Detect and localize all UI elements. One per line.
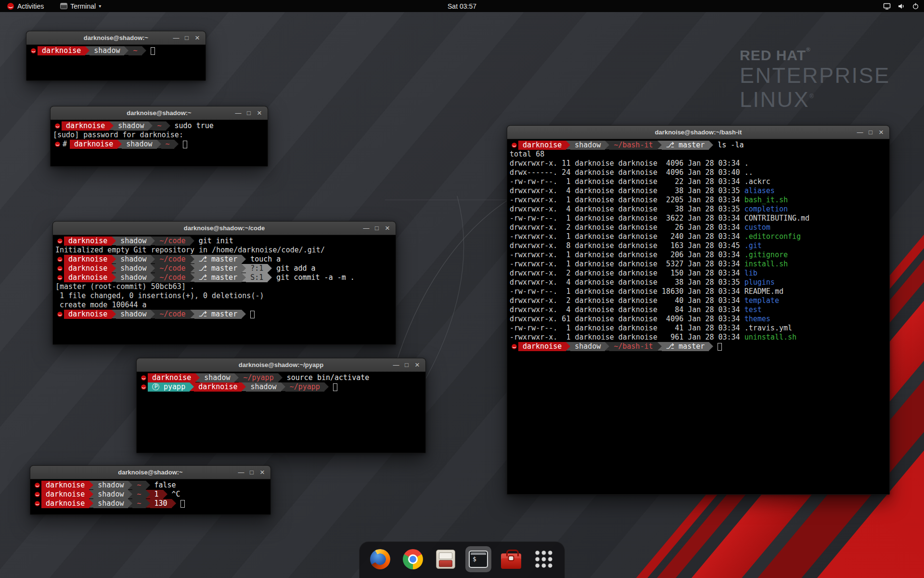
app-menu-button[interactable]: Terminal ▾ (58, 0, 103, 12)
terminal-cursor (250, 311, 255, 318)
prompt-segment-user: darknoise (194, 382, 242, 392)
output-text: drwxrwxr-x. 2 darknoise darknoise 26 Jan… (510, 223, 744, 232)
output-text: . (744, 159, 749, 168)
powerline-separator-icon (657, 342, 662, 351)
window-close-button[interactable]: × (382, 222, 393, 235)
dock-item-files[interactable] (433, 546, 459, 572)
system-status-area[interactable] (883, 0, 919, 12)
output-line: drwxrwxr-x. 4 darknoise darknoise 38 Jan… (510, 278, 887, 287)
terminal-window[interactable]: darknoise@shadow:~—□×darknoiseshadow~ (26, 31, 206, 81)
dock-item-appgrid[interactable] (531, 546, 557, 572)
redhat-prompt-icon (139, 373, 148, 382)
window-close-button[interactable]: × (257, 466, 268, 479)
window-titlebar[interactable]: darknoise@shadow:~—□× (26, 31, 205, 45)
output-text: aliases (744, 186, 775, 196)
powerline-separator-icon (281, 382, 285, 391)
terminal-window[interactable]: darknoise@shadow:~/bash-it—□×darknoisesh… (507, 125, 890, 495)
powerline-separator-icon (89, 499, 93, 508)
redhat-prompt-icon (55, 310, 64, 319)
terminal-content[interactable]: darknoiseshadow~sudo true[sudo] password… (51, 120, 268, 166)
window-titlebar[interactable]: darknoise@shadow:~/pyapp—□× (137, 358, 425, 372)
dock-item-terminal[interactable]: $ (465, 546, 491, 572)
output-text: -rwxrwxr-x. 1 darknoise darknoise 5327 J… (510, 260, 744, 269)
window-close-button[interactable]: × (192, 31, 203, 45)
output-text: README.md (744, 287, 783, 296)
dock-item-toolbox[interactable] (498, 546, 524, 572)
window-maximize-button[interactable]: □ (865, 126, 876, 139)
output-line: drwx------. 24 darknoise darknoise 4096 … (510, 168, 887, 177)
output-text: create mode 100644 a (55, 301, 147, 310)
output-line: -rwxrwxr-x. 1 darknoise darknoise 5327 J… (510, 260, 887, 269)
prompt-segment-user: darknoise (70, 140, 117, 149)
powerline-separator-icon (190, 273, 194, 282)
output-text: drwxrwxr-x. 4 darknoise darknoise 38 Jan… (510, 205, 744, 214)
powerline-separator-icon (324, 382, 329, 391)
command-text: sudo true (170, 121, 214, 131)
powerline-separator-icon (242, 255, 246, 263)
window-close-button[interactable]: × (876, 126, 886, 139)
output-text: drwxrwxr-x. 4 darknoise darknoise 84 Jan… (510, 305, 744, 315)
redhat-logo-icon (7, 2, 14, 10)
window-titlebar[interactable]: darknoise@shadow:~/bash-it—□× (507, 126, 889, 139)
firefox-icon (370, 549, 390, 569)
powerline-separator-icon (190, 310, 194, 318)
prompt-segment-exit: 1 (150, 490, 163, 499)
terminal-content[interactable]: darknoiseshadow~/bash-it⎇ masterls -lato… (507, 139, 889, 494)
prompt-segment-host: shadow (116, 255, 151, 264)
powerline-separator-icon (709, 342, 713, 351)
window-maximize-button[interactable]: □ (246, 466, 257, 479)
output-text: .gitignore (744, 250, 788, 260)
terminal-cursor (183, 141, 187, 148)
window-minimize-button[interactable]: — (171, 31, 181, 45)
window-close-button[interactable]: × (412, 358, 423, 372)
prompt-segment-git: ⎇ master (194, 310, 242, 319)
terminal-content[interactable]: darknoiseshadow~/pyappsource bin/activat… (137, 372, 425, 453)
clock[interactable]: Sat 03:57 (448, 2, 476, 10)
window-maximize-button[interactable]: □ (244, 106, 254, 120)
terminal-window[interactable]: darknoise@shadow:~/pyapp—□×darknoiseshad… (136, 358, 426, 453)
window-maximize-button[interactable]: □ (372, 222, 382, 235)
activities-label: Activities (17, 2, 44, 10)
prompt-segment-user: darknoise (62, 121, 109, 131)
window-titlebar[interactable]: darknoise@shadow:~—□× (30, 466, 270, 479)
terminal-window[interactable]: darknoise@shadow:~—□×darknoiseshadow~fal… (30, 465, 271, 515)
dock-item-chrome[interactable] (400, 546, 426, 572)
dock[interactable]: $ (359, 541, 565, 578)
powerline-separator-icon (109, 121, 114, 130)
powerline-separator-icon (128, 490, 132, 499)
terminal-window[interactable]: darknoise@shadow:~—□×darknoiseshadow~sud… (50, 106, 268, 167)
prompt-line: darknoiseshadow~1^C (33, 490, 268, 499)
powerline-separator-icon (605, 342, 609, 351)
window-titlebar[interactable]: darknoise@shadow:~—□× (51, 106, 268, 120)
window-minimize-button[interactable]: — (855, 126, 865, 139)
terminal-content[interactable]: darknoiseshadow~ (26, 45, 205, 80)
window-buttons: —□× (855, 126, 886, 139)
terminal-content[interactable]: darknoiseshadow~falsedarknoiseshadow~1^C… (30, 479, 270, 514)
output-text: drwxrwxr-x. 8 darknoise darknoise 163 Ja… (510, 241, 744, 250)
prompt-line: Ⓟ pyappdarknoiseshadow~/pyapp (139, 382, 423, 392)
window-minimize-button[interactable]: — (233, 106, 244, 120)
window-minimize-button[interactable]: — (361, 222, 372, 235)
window-title: darknoise@shadow:~ (30, 469, 270, 476)
powerline-separator-icon (163, 490, 167, 499)
window-maximize-button[interactable]: □ (181, 31, 192, 45)
powerline-separator-icon (566, 141, 570, 149)
window-maximize-button[interactable]: □ (401, 358, 412, 372)
prompt-segment-host: shadow (116, 236, 151, 246)
app-menu-label: Terminal (70, 2, 96, 10)
window-titlebar[interactable]: darknoise@shadow:~/code—□× (53, 222, 396, 235)
terminal-content[interactable]: darknoiseshadow~/codegit initInitialized… (53, 235, 396, 344)
terminal-window[interactable]: darknoise@shadow:~/code—□×darknoiseshado… (52, 221, 396, 345)
window-buttons: —□× (171, 31, 203, 45)
powerline-separator-icon (234, 373, 239, 382)
toolbox-icon (501, 553, 521, 569)
window-minimize-button[interactable]: — (236, 466, 246, 479)
powerline-separator-icon (151, 264, 155, 273)
dock-item-firefox[interactable] (367, 546, 393, 572)
output-text: -rw-rw-r--. 1 darknoise darknoise 3622 J… (510, 214, 744, 223)
prompt-segment-user: darknoise (148, 373, 195, 382)
window-close-button[interactable]: × (254, 106, 265, 120)
window-minimize-button[interactable]: — (391, 358, 401, 372)
activities-button[interactable]: Activities (5, 0, 46, 12)
output-text: drwxrwxr-x. 4 darknoise darknoise 38 Jan… (510, 278, 744, 287)
